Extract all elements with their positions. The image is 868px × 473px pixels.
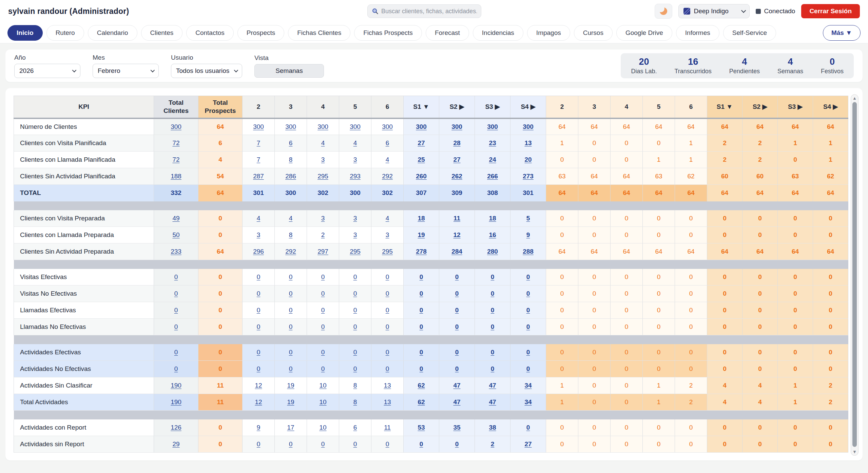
kpi-cell[interactable]: 17: [275, 419, 307, 436]
tab-incidencias[interactable]: Incidencias: [473, 25, 523, 41]
kpi-value[interactable]: 0: [526, 365, 530, 372]
tab-google-drive[interactable]: Google Drive: [616, 25, 672, 41]
kpi-value[interactable]: 62: [418, 398, 425, 406]
kpi-value[interactable]: 0: [353, 273, 357, 280]
kpi-value[interactable]: 300: [171, 123, 181, 130]
kpi-value[interactable]: 34: [524, 382, 532, 389]
kpi-value[interactable]: 278: [416, 248, 427, 255]
kpi-cell[interactable]: 0: [307, 361, 339, 377]
kpi-value[interactable]: 0: [257, 290, 261, 297]
kpi-value[interactable]: 27: [524, 440, 532, 448]
kpi-cell[interactable]: 6: [371, 135, 404, 152]
kpi-value[interactable]: 47: [489, 382, 496, 389]
kpi-value[interactable]: 8: [289, 156, 293, 163]
col-header-s2[interactable]: S2 ▶: [439, 96, 475, 118]
kpi-cell[interactable]: 0: [404, 285, 439, 302]
kpi-value[interactable]: 0: [526, 323, 530, 330]
kpi-value[interactable]: 300: [416, 123, 427, 130]
kpi-cell[interactable]: 0: [307, 344, 339, 361]
kpi-cell[interactable]: 300: [475, 118, 510, 135]
kpi-cell[interactable]: 0: [307, 269, 339, 285]
kpi-cell[interactable]: 47: [439, 394, 475, 411]
kpi-value[interactable]: 47: [453, 382, 460, 389]
kpi-value[interactable]: 27: [418, 139, 425, 146]
kpi-value[interactable]: 50: [172, 231, 179, 238]
kpi-value[interactable]: 0: [321, 290, 325, 297]
kpi-cell[interactable]: 0: [475, 302, 510, 319]
kpi-cell[interactable]: 190: [154, 377, 198, 394]
logout-button[interactable]: Cerrar Sesión: [801, 4, 860, 18]
kpi-value[interactable]: 12: [255, 382, 262, 389]
kpi-value[interactable]: 0: [526, 273, 530, 280]
kpi-cell[interactable]: 3: [243, 227, 275, 243]
scrollbar-thumb[interactable]: [852, 102, 857, 447]
kpi-cell[interactable]: 0: [510, 269, 546, 285]
kpi-value[interactable]: 12: [453, 231, 460, 238]
kpi-value[interactable]: 0: [420, 323, 423, 330]
kpi-cell[interactable]: 0: [510, 419, 546, 436]
kpi-value[interactable]: 2: [321, 231, 325, 238]
kpi-value[interactable]: 273: [523, 173, 534, 180]
kpi-cell[interactable]: 0: [275, 344, 307, 361]
kpi-cell[interactable]: 300: [307, 118, 339, 135]
kpi-cell[interactable]: 0: [243, 302, 275, 319]
kpi-cell[interactable]: 4: [371, 210, 404, 227]
kpi-value[interactable]: 0: [386, 440, 389, 448]
kpi-value[interactable]: 0: [491, 307, 495, 314]
kpi-cell[interactable]: 0: [404, 436, 439, 453]
kpi-value[interactable]: 0: [455, 365, 459, 372]
kpi-cell[interactable]: 53: [404, 419, 439, 436]
kpi-cell[interactable]: 13: [371, 394, 404, 411]
kpi-cell[interactable]: 18: [404, 210, 439, 227]
kpi-value[interactable]: 0: [257, 273, 261, 280]
kpi-value[interactable]: 0: [174, 273, 178, 280]
kpi-cell[interactable]: 0: [154, 302, 198, 319]
kpi-cell[interactable]: 0: [510, 344, 546, 361]
kpi-value[interactable]: 3: [353, 215, 357, 222]
kpi-value[interactable]: 7: [257, 139, 261, 146]
kpi-cell[interactable]: 34: [510, 394, 546, 411]
kpi-value[interactable]: 72: [172, 156, 179, 163]
kpi-cell[interactable]: 288: [510, 243, 546, 260]
kpi-cell[interactable]: 10: [307, 419, 339, 436]
tab-calendario[interactable]: Calendario: [88, 25, 137, 41]
kpi-value[interactable]: 3: [321, 215, 325, 222]
kpi-cell[interactable]: 0: [475, 285, 510, 302]
vertical-scrollbar[interactable]: ▲ ▼: [851, 94, 859, 456]
kpi-cell[interactable]: 11: [439, 210, 475, 227]
kpi-cell[interactable]: 4: [339, 135, 371, 152]
kpi-cell[interactable]: 0: [339, 285, 371, 302]
kpi-value[interactable]: 286: [285, 173, 296, 180]
kpi-cell[interactable]: 233: [154, 243, 198, 260]
kpi-value[interactable]: 0: [321, 365, 325, 372]
kpi-value[interactable]: 4: [289, 215, 293, 222]
kpi-value[interactable]: 3: [386, 231, 389, 238]
kpi-value[interactable]: 19: [287, 398, 294, 406]
kpi-cell[interactable]: 10: [307, 394, 339, 411]
kpi-value[interactable]: 300: [350, 123, 361, 130]
kpi-cell[interactable]: 126: [154, 419, 198, 436]
kpi-value[interactable]: 9: [257, 424, 261, 431]
kpi-value[interactable]: 13: [384, 382, 391, 389]
kpi-cell[interactable]: 24: [475, 152, 510, 168]
kpi-value[interactable]: 7: [257, 156, 261, 163]
kpi-value[interactable]: 49: [172, 215, 179, 222]
kpi-cell[interactable]: 49: [154, 210, 198, 227]
kpi-cell[interactable]: 35: [439, 419, 475, 436]
kpi-value[interactable]: 300: [487, 123, 498, 130]
kpi-value[interactable]: 0: [420, 307, 423, 314]
kpi-cell[interactable]: 262: [439, 168, 475, 185]
kpi-value[interactable]: 3: [353, 156, 357, 163]
kpi-value[interactable]: 0: [353, 440, 357, 448]
kpi-cell[interactable]: 0: [371, 319, 404, 335]
kpi-cell[interactable]: 3: [307, 210, 339, 227]
kpi-cell[interactable]: 0: [439, 436, 475, 453]
scroll-up-icon[interactable]: ▲: [852, 96, 857, 100]
kpi-value[interactable]: 0: [174, 323, 178, 330]
kpi-value[interactable]: 72: [172, 139, 179, 146]
kpi-cell[interactable]: 300: [275, 118, 307, 135]
user-select[interactable]: Todos los usuarios: [171, 64, 242, 78]
kpi-value[interactable]: 190: [171, 398, 181, 406]
kpi-value[interactable]: 34: [524, 398, 532, 406]
kpi-cell[interactable]: 0: [371, 285, 404, 302]
